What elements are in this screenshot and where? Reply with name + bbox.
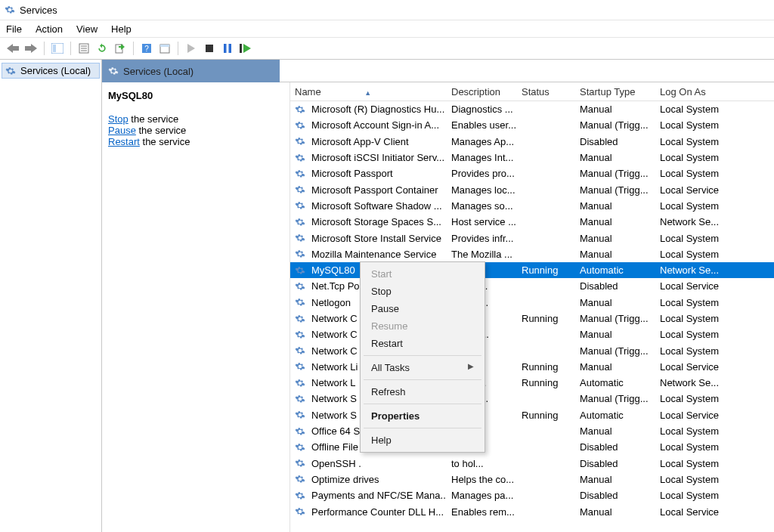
service-description: Manages so...: [447, 200, 517, 212]
col-name[interactable]: Name ▲: [290, 86, 447, 97]
detail-pause-line: Pause the service: [108, 125, 283, 136]
col-logon[interactable]: Log On As: [655, 86, 720, 97]
service-logon: Local System: [655, 104, 720, 115]
menu-action[interactable]: Action: [36, 23, 63, 35]
properties-button[interactable]: [76, 40, 92, 57]
service-name: Microsoft Software Shadow ...: [311, 200, 442, 212]
service-row[interactable]: Microsoft Storage Spaces S...Host servic…: [290, 214, 774, 230]
gear-icon: [295, 169, 305, 179]
service-description: to hol...: [447, 458, 517, 469]
gear-icon: [295, 217, 305, 227]
ctx-properties[interactable]: Properties: [362, 407, 483, 425]
pause-button[interactable]: [219, 40, 236, 57]
gear-icon: [295, 458, 305, 469]
service-name: Performance Counter DLL H...: [311, 506, 444, 518]
service-startup: Manual (Trigg...: [575, 168, 655, 179]
col-description[interactable]: Description: [447, 86, 517, 97]
gear-icon: [295, 153, 305, 163]
service-startup: Manual: [575, 297, 655, 308]
service-logon: Local Service: [655, 410, 720, 421]
services-list: Name ▲ Description Status Startup Type L…: [290, 82, 774, 532]
service-name: Mozilla Maintenance Service: [311, 249, 436, 260]
gear-icon: [295, 314, 305, 324]
help-button[interactable]: ?: [138, 40, 155, 57]
refresh-button[interactable]: [94, 40, 110, 57]
ctx-help[interactable]: Help: [362, 431, 483, 449]
service-name: Network L: [311, 377, 356, 388]
service-startup: Disabled: [575, 458, 655, 469]
service-row[interactable]: Microsoft App-V ClientManages Ap...Disab…: [290, 134, 774, 150]
sort-indicator-icon: ▲: [364, 89, 371, 97]
menu-view[interactable]: View: [76, 23, 98, 35]
detail-pane: MySQL80 Stop the service Pause the servi…: [102, 82, 290, 532]
gear-icon: [295, 426, 305, 437]
service-description: Diagnostics ...: [447, 104, 517, 115]
service-description: Provides infr...: [447, 233, 517, 244]
service-row[interactable]: Microsoft Store Install ServiceProvides …: [290, 230, 774, 246]
service-name: Network C: [311, 329, 358, 340]
service-row[interactable]: Microsoft PassportProvides pro...Manual …: [290, 165, 774, 181]
play-button[interactable]: [183, 40, 200, 57]
gear-icon: [295, 281, 305, 292]
service-row[interactable]: Microsoft Software Shadow ...Manages so.…: [290, 198, 774, 214]
service-status: Running: [517, 313, 575, 324]
service-logon: Local System: [655, 393, 720, 404]
service-row[interactable]: Microsoft iSCSI Initiator Serv...Manages…: [290, 150, 774, 165]
ctx-separator: [364, 428, 481, 428]
forward-button[interactable]: [23, 40, 39, 57]
service-logon: Local System: [655, 297, 720, 308]
context-menu: Start Stop Pause Resume Restart All Task…: [360, 261, 485, 453]
service-description: Enables user...: [447, 119, 517, 131]
ctx-refresh[interactable]: Refresh: [362, 383, 483, 401]
gear-icon: [295, 410, 305, 420]
panel-header-label: Services (Local): [123, 66, 194, 77]
gear-icon: [295, 120, 305, 131]
service-name: Microsoft iSCSI Initiator Serv...: [311, 152, 444, 163]
ctx-all-tasks[interactable]: All Tasks▶: [362, 359, 483, 376]
gear-icon: [295, 184, 305, 195]
restart-service-link[interactable]: Restart: [108, 136, 140, 147]
service-logon: Local System: [655, 136, 720, 147]
col-startup[interactable]: Startup Type: [575, 86, 655, 97]
service-row[interactable]: Optimize drivesHelps the co...ManualLoca…: [290, 472, 774, 487]
menu-help[interactable]: Help: [111, 23, 132, 35]
service-startup: Manual: [575, 249, 655, 260]
service-startup: Disabled: [575, 441, 655, 453]
restart-button[interactable]: [237, 40, 254, 57]
stop-service-link[interactable]: Stop: [108, 113, 128, 125]
pause-service-link[interactable]: Pause: [108, 125, 136, 136]
service-name: Microsoft Account Sign-in A...: [311, 119, 439, 131]
nav-services-local[interactable]: Services (Local): [2, 63, 100, 79]
service-row[interactable]: Microsoft Account Sign-in A...Enables us…: [290, 117, 774, 133]
service-startup: Manual (Trigg...: [575, 313, 655, 324]
service-row[interactable]: Performance Counter DLL H...Enables rem.…: [290, 503, 774, 519]
ctx-restart[interactable]: Restart: [362, 335, 483, 352]
show-hide-tree-button[interactable]: [49, 40, 66, 57]
menu-file[interactable]: File: [6, 23, 22, 35]
gear-icon: [295, 345, 305, 356]
stop-button[interactable]: [201, 40, 218, 57]
service-name: Optimize drives: [311, 474, 379, 485]
ctx-pause[interactable]: Pause: [362, 300, 483, 317]
export-button[interactable]: [112, 40, 128, 57]
svg-rect-10: [160, 45, 169, 47]
service-name: OpenSSH .: [311, 458, 361, 469]
ctx-stop[interactable]: Stop: [362, 283, 483, 300]
calendar-button[interactable]: [156, 40, 173, 57]
service-logon: Local System: [655, 458, 720, 469]
service-row[interactable]: Payments and NFC/SE Mana...Manages pa...…: [290, 487, 774, 503]
col-status[interactable]: Status: [517, 86, 575, 97]
service-logon: Local Service: [655, 506, 720, 518]
service-row[interactable]: Microsoft (R) Diagnostics Hu...Diagnosti…: [290, 101, 774, 117]
service-logon: Network Se...: [655, 377, 720, 388]
back-button[interactable]: [5, 40, 21, 57]
service-row[interactable]: Mozilla Maintenance ServiceThe Mozilla .…: [290, 246, 774, 262]
gear-icon: [295, 329, 305, 340]
svg-rect-11: [206, 45, 213, 52]
service-description: Enables rem...: [447, 506, 517, 518]
service-startup: Manual: [575, 216, 655, 227]
detail-stop-line: Stop the service: [108, 113, 283, 125]
service-description: Host service ...: [447, 216, 517, 227]
service-row[interactable]: Microsoft Passport ContainerManages loc.…: [290, 181, 774, 197]
service-row[interactable]: OpenSSH .to hol...DisabledLocal System: [290, 456, 774, 472]
